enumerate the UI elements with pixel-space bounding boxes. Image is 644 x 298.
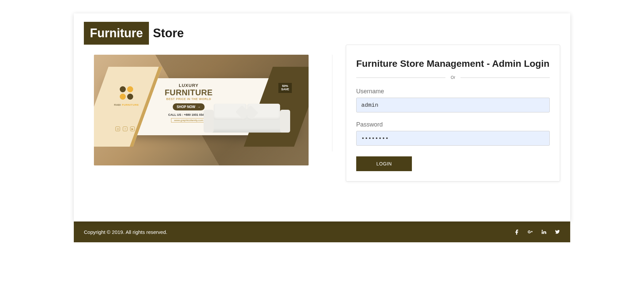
youtube-icon: ▶ bbox=[130, 127, 135, 131]
footer-social-icons bbox=[514, 229, 560, 235]
promo-shop-now-button: SHOP NOW bbox=[173, 103, 205, 110]
login-divider-text: Or bbox=[451, 75, 455, 80]
column-divider bbox=[332, 55, 332, 151]
promo-brand-logo: RABI FURNITURE bbox=[114, 86, 139, 107]
sofa-illustration bbox=[205, 101, 289, 133]
page-container: Furniture Store RABI FURNITURE bbox=[74, 13, 570, 221]
linkedin-icon[interactable] bbox=[541, 229, 547, 235]
footer: Copyright © 2019. All rights reserved. bbox=[74, 221, 570, 242]
login-card: Furniture Store Management - Admin Login… bbox=[346, 45, 560, 182]
instagram-icon: ◎ bbox=[115, 127, 120, 131]
promo-website: www.graphicsfamily.com bbox=[171, 118, 206, 122]
logo-plain: Store bbox=[153, 26, 184, 40]
promo-column: RABI FURNITURE ◎ f ▶ LUXURY FURNITURE BE… bbox=[84, 45, 319, 165]
promo-tagline: BEST PRICE IN THE WORLD bbox=[159, 97, 218, 101]
facebook-icon[interactable] bbox=[514, 229, 520, 235]
promo-save-badge: 50%SAVE bbox=[278, 83, 292, 93]
twitter-icon[interactable] bbox=[554, 229, 560, 235]
promo-banner: RABI FURNITURE ◎ f ▶ LUXURY FURNITURE BE… bbox=[94, 55, 309, 165]
login-button[interactable]: LOGIN bbox=[356, 156, 412, 171]
login-column: Furniture Store Management - Admin Login… bbox=[346, 45, 560, 182]
logo-box: Furniture bbox=[84, 22, 149, 45]
password-label: Password bbox=[356, 121, 550, 128]
login-divider: Or bbox=[356, 75, 550, 80]
main-row: RABI FURNITURE ◎ f ▶ LUXURY FURNITURE BE… bbox=[74, 45, 570, 198]
logo: Furniture Store bbox=[74, 13, 570, 45]
promo-social-row: ◎ f ▶ bbox=[115, 127, 135, 131]
promo-brand-icon bbox=[120, 86, 133, 100]
promo-luxury-text: LUXURY bbox=[159, 83, 218, 88]
google-plus-icon[interactable] bbox=[527, 229, 533, 235]
username-input[interactable] bbox=[356, 98, 550, 112]
footer-copyright: Copyright © 2019. All rights reserved. bbox=[84, 229, 167, 235]
promo-card: RABI FURNITURE ◎ f ▶ LUXURY FURNITURE BE… bbox=[105, 78, 297, 135]
username-label: Username bbox=[356, 88, 550, 95]
promo-furniture-text: FURNITURE bbox=[159, 88, 218, 97]
login-title: Furniture Store Management - Admin Login bbox=[356, 58, 550, 69]
password-input[interactable] bbox=[356, 131, 550, 146]
facebook-icon: f bbox=[123, 127, 127, 131]
